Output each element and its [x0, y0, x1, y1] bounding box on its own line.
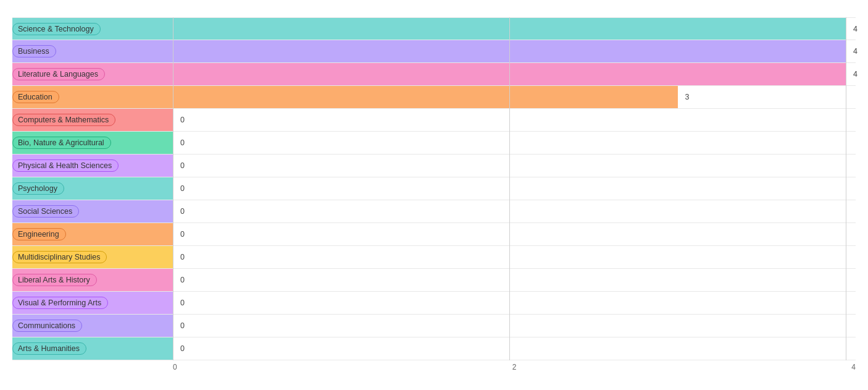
bar-value-label: 0: [180, 116, 185, 124]
bar-value-label: 0: [180, 161, 185, 170]
bar-value-label: 4: [853, 25, 858, 33]
bar-value-label: 0: [180, 138, 185, 147]
bar-label-pill: Science & Technology: [12, 23, 101, 35]
bar-row: Education3: [12, 86, 856, 109]
bar-value-label: 0: [180, 207, 185, 216]
bar-area: 4: [12, 40, 856, 62]
bar-fill: [12, 40, 846, 62]
bar-area: 0: [12, 269, 856, 291]
bar-value-label: 4: [853, 70, 858, 78]
bar-row: Liberal Arts & History0: [12, 269, 856, 292]
bar-label-pill: Education: [12, 91, 59, 103]
bar-row: Psychology0: [12, 177, 856, 200]
bar-value-label: 0: [180, 253, 185, 261]
rows-container: Science & Technology4Business4Literature…: [12, 17, 856, 360]
bar-label-pill: Liberal Arts & History: [12, 274, 97, 286]
bar-value-label: 4: [853, 47, 858, 56]
bar-row: Social Sciences0: [12, 200, 856, 223]
bar-area: 0: [12, 177, 856, 200]
bar-value-label: 0: [180, 321, 185, 330]
bar-fill: [12, 86, 678, 108]
bar-area: 0: [12, 337, 856, 360]
bar-area: 3: [12, 86, 856, 108]
bar-area: 0: [12, 200, 856, 223]
x-axis-label: 0: [173, 363, 401, 371]
bar-row: Bio, Nature & Agricultural0: [12, 132, 856, 155]
bar-value-label: 3: [685, 93, 690, 101]
bar-value-label: 0: [180, 299, 185, 307]
bar-fill: [12, 63, 846, 85]
bar-area: 0: [12, 292, 856, 314]
bar-row: Science & Technology4: [12, 17, 856, 40]
chart-container: Science & Technology4Business4Literature…: [0, 0, 868, 390]
bar-row: Computers & Mathematics0: [12, 109, 856, 132]
bar-area: 4: [12, 18, 856, 40]
bar-row: Engineering0: [12, 223, 856, 246]
bar-row: Physical & Health Sciences0: [12, 155, 856, 177]
bar-label-pill: Multidisciplinary Studies: [12, 251, 107, 263]
bar-label-pill: Engineering: [12, 228, 66, 240]
bar-label-pill: Arts & Humanities: [12, 342, 86, 355]
bar-value-label: 0: [180, 344, 185, 353]
bar-fill: [12, 18, 846, 40]
chart-body: Science & Technology4Business4Literature…: [12, 17, 856, 371]
bar-row: Literature & Languages4: [12, 63, 856, 86]
bar-row: Communications0: [12, 315, 856, 337]
bar-area: 0: [12, 223, 856, 245]
x-axis-labels: 024: [12, 363, 856, 371]
bar-value-label: 0: [180, 230, 185, 239]
bar-area: 0: [12, 132, 856, 154]
bar-area: 0: [12, 246, 856, 268]
bar-label-pill: Communications: [12, 320, 82, 332]
bar-label-pill: Visual & Performing Arts: [12, 297, 108, 309]
bar-label-pill: Psychology: [12, 182, 64, 195]
bar-area: 0: [12, 315, 856, 337]
bar-area: 0: [12, 155, 856, 177]
bar-label-pill: Social Sciences: [12, 205, 79, 218]
x-axis-label: 2: [401, 363, 628, 371]
bar-area: 4: [12, 63, 856, 85]
bar-label-pill: Business: [12, 45, 56, 57]
bar-label-pill: Bio, Nature & Agricultural: [12, 137, 111, 149]
bar-label-pill: Literature & Languages: [12, 68, 105, 80]
bar-row: Business4: [12, 40, 856, 63]
bar-row: Visual & Performing Arts0: [12, 292, 856, 315]
bar-label-pill: Physical & Health Sciences: [12, 159, 119, 172]
bar-label-pill: Computers & Mathematics: [12, 114, 115, 126]
bar-area: 0: [12, 109, 856, 131]
bar-row: Arts & Humanities0: [12, 337, 856, 360]
bar-value-label: 0: [180, 276, 185, 284]
bar-row: Multidisciplinary Studies0: [12, 246, 856, 269]
bar-value-label: 0: [180, 184, 185, 193]
x-axis-label: 4: [628, 363, 856, 371]
